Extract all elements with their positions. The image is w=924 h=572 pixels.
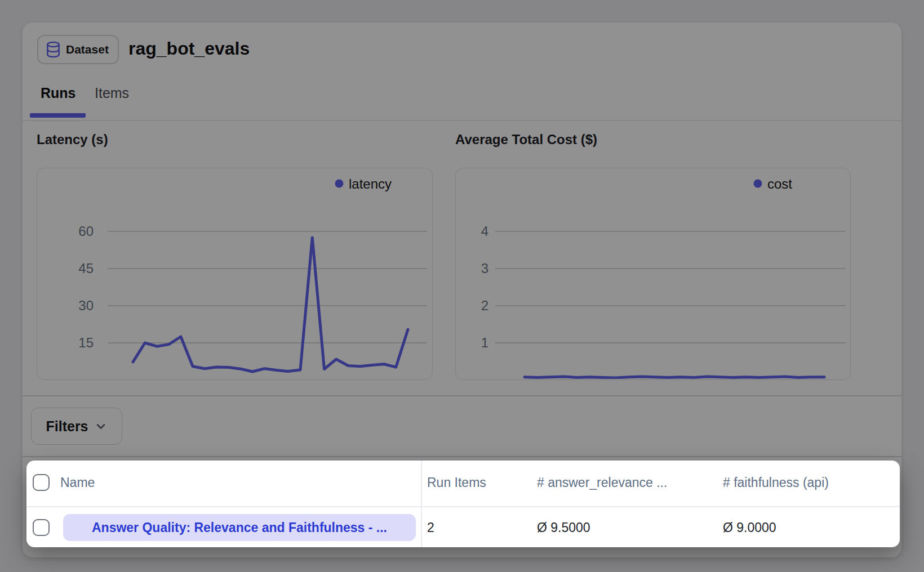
chevron-down-icon (94, 419, 108, 433)
row-checkbox[interactable] (33, 519, 50, 536)
latency-chart-title: Latency (s) (37, 132, 108, 148)
latency-gridlines (108, 231, 427, 343)
filters-button[interactable]: Filters (31, 408, 122, 445)
cost-gridlines (495, 231, 846, 343)
tabs-divider (23, 120, 901, 121)
header-row-divider (26, 506, 900, 507)
y-tick-label: 30 (78, 298, 94, 313)
cell-faithfulness: Ø 9.0000 (723, 520, 776, 535)
column-divider (421, 461, 422, 547)
legend-label-cost: cost (767, 176, 792, 191)
y-tick-label: 2 (481, 298, 488, 313)
run-name-label: Answer Quality: Relevance and Faithfulne… (92, 520, 387, 535)
legend-label-latency: latency (349, 176, 392, 191)
dataset-badge: Dataset (37, 35, 119, 64)
runs-table: Name Run Items # answer_relevance ... # … (26, 461, 900, 547)
legend-dot-cost (754, 180, 762, 188)
legend-dot-latency (335, 180, 344, 188)
cost-chart: 4 3 2 1 cost (455, 168, 851, 380)
select-all-checkbox[interactable] (33, 474, 50, 491)
column-header-answer-relevance: # answer_relevance ... (537, 475, 667, 490)
page-title: rag_bot_evals (128, 34, 250, 63)
table-top-divider (23, 456, 901, 457)
y-tick-label: 1 (481, 335, 488, 350)
dataset-badge-label: Dataset (66, 43, 109, 56)
run-name-link[interactable]: Answer Quality: Relevance and Faithfulne… (63, 514, 416, 541)
filters-button-label: Filters (46, 418, 88, 435)
section-divider (23, 395, 901, 396)
column-header-run-items: Run Items (427, 475, 486, 490)
cost-chart-title: Average Total Cost ($) (455, 132, 597, 148)
y-tick-label: 60 (78, 224, 94, 239)
app-screen: Dataset rag_bot_evals Runs Items Latency… (0, 0, 924, 572)
column-header-faithfulness: # faithfulness (api) (723, 475, 829, 490)
latency-chart: 60 45 30 15 latency (37, 168, 433, 380)
active-tab-indicator (30, 113, 86, 118)
y-tick-label: 45 (78, 261, 94, 276)
database-icon (46, 41, 61, 58)
y-tick-label: 3 (481, 261, 488, 276)
y-tick-label: 15 (78, 335, 94, 350)
cell-answer-relevance: Ø 9.5000 (537, 520, 590, 535)
cost-line (525, 377, 824, 378)
tab-runs[interactable]: Runs (41, 83, 76, 102)
column-header-name: Name (60, 475, 95, 490)
cell-run-items: 2 (427, 520, 434, 535)
y-tick-label: 4 (481, 224, 488, 239)
tab-items[interactable]: Items (95, 83, 129, 102)
latency-line (133, 238, 408, 372)
